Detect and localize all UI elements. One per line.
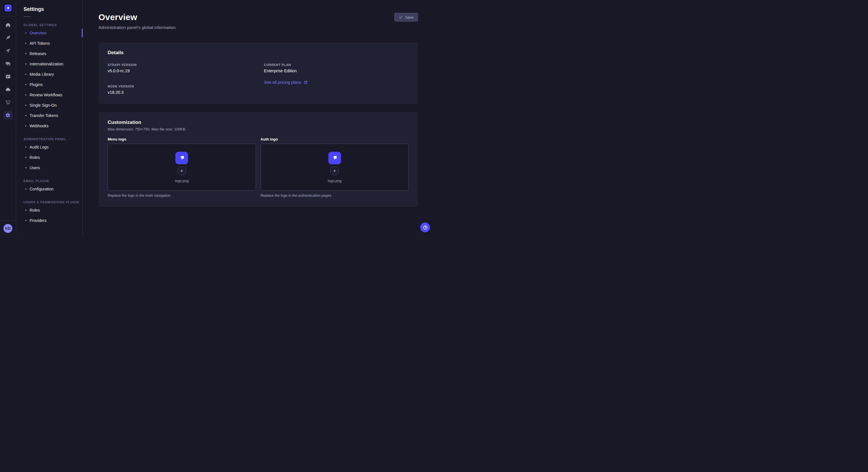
nav-item-label: Plugins bbox=[30, 82, 43, 87]
content-type-builder-icon[interactable] bbox=[3, 33, 12, 42]
nav-item-up-providers[interactable]: Providers bbox=[16, 215, 82, 226]
auth-logo-file-name: logo.png bbox=[328, 179, 342, 183]
field-label: STRAPI VERSION bbox=[107, 63, 253, 67]
nav-item-label: Configuration bbox=[30, 187, 53, 191]
nav-item-single-sign-on[interactable]: Single Sign-On bbox=[16, 100, 82, 110]
user-avatar[interactable]: KD bbox=[3, 224, 12, 233]
customization-card-subtitle: Max dimension: 750×750, Max file size: 1… bbox=[107, 127, 409, 131]
nav-item-label: Webhooks bbox=[30, 124, 49, 128]
nav-item-label: Single Sign-On bbox=[30, 103, 57, 107]
nav-section-label: EMAIL PLUGIN bbox=[16, 179, 82, 183]
bullet-icon bbox=[25, 74, 26, 75]
bullet-icon bbox=[25, 43, 26, 44]
media-library-icon[interactable] bbox=[3, 59, 12, 68]
auth-logo-add-button[interactable]: + bbox=[330, 167, 339, 175]
field-label: CURRENT PLAN bbox=[264, 63, 409, 67]
nav-item-up-roles[interactable]: Roles bbox=[16, 205, 82, 215]
save-button-label: Save bbox=[405, 15, 414, 20]
help-button[interactable] bbox=[420, 223, 430, 232]
nav-item-releases[interactable]: Releases bbox=[16, 48, 82, 59]
customization-card-title: Customization bbox=[107, 120, 409, 125]
strapi-glyph bbox=[330, 154, 339, 162]
main-content: Overview Administration panel’s global i… bbox=[83, 0, 434, 236]
auth-logo-label: Auth logo bbox=[260, 137, 409, 141]
current-plan-field: CURRENT PLAN Enterprise Edition bbox=[264, 63, 409, 73]
nav-item-label: Roles bbox=[30, 208, 40, 212]
page-subtitle: Administration panel’s global informatio… bbox=[98, 25, 176, 30]
external-link-icon bbox=[303, 80, 308, 85]
nav-item-transfer-tokens[interactable]: Transfer Tokens bbox=[16, 110, 82, 121]
strapi-glyph bbox=[177, 154, 186, 162]
nav-section-global-settings: GLOBAL SETTINGS Overview API Tokens Rele… bbox=[16, 23, 82, 131]
nav-item-api-tokens[interactable]: API Tokens bbox=[16, 38, 82, 48]
node-version-field: NODE VERSION v18.20.3 bbox=[107, 85, 253, 95]
details-left-column: STRAPI VERSION v5.0.0-rc.19 NODE VERSION… bbox=[107, 63, 253, 95]
auth-logo-hint: Replace the logo in the authentication p… bbox=[260, 194, 409, 198]
bullet-icon bbox=[25, 53, 26, 54]
bullet-icon bbox=[25, 167, 26, 168]
nav-item-review-workflows[interactable]: Review Workflows bbox=[16, 90, 82, 100]
field-value: v5.0.0-rc.19 bbox=[107, 69, 253, 73]
bullet-icon bbox=[25, 125, 26, 127]
bullet-icon bbox=[25, 157, 26, 158]
nav-item-label: Providers bbox=[30, 218, 46, 223]
menu-logo-dropzone[interactable]: + logo.png bbox=[107, 144, 256, 191]
nav-item-admin-roles[interactable]: Roles bbox=[16, 152, 82, 163]
nav-item-label: Review Workflows bbox=[30, 93, 62, 97]
menu-logo-section: Menu logo + logo.png Replace the logo bbox=[107, 137, 256, 198]
auth-logo-preview bbox=[329, 152, 341, 164]
nav-section-email-plugin: EMAIL PLUGIN Configuration bbox=[16, 179, 82, 194]
nav-item-label: API Tokens bbox=[30, 41, 50, 45]
nav-item-plugins[interactable]: Plugins bbox=[16, 79, 82, 90]
home-icon[interactable] bbox=[3, 20, 12, 30]
menu-logo-add-button[interactable]: + bbox=[178, 167, 186, 175]
nav-item-email-configuration[interactable]: Configuration bbox=[16, 184, 82, 194]
bullet-icon bbox=[25, 220, 26, 221]
strapi-version-field: STRAPI VERSION v5.0.0-rc.19 bbox=[107, 63, 253, 73]
page-header: Overview Administration panel’s global i… bbox=[98, 12, 418, 30]
nav-item-admin-users[interactable]: Users bbox=[16, 163, 82, 173]
page-title-block: Overview Administration panel’s global i… bbox=[98, 12, 176, 30]
marketplace-icon[interactable] bbox=[3, 98, 12, 107]
field-value: v18.20.3 bbox=[107, 90, 253, 95]
save-button[interactable]: Save bbox=[394, 13, 418, 22]
bullet-icon bbox=[25, 210, 26, 211]
customization-card: Customization Max dimension: 750×750, Ma… bbox=[98, 112, 418, 207]
bullet-icon bbox=[25, 63, 26, 65]
nav-item-media-library[interactable]: Media Library bbox=[16, 69, 82, 79]
deploy-cloud-icon[interactable] bbox=[3, 85, 12, 94]
subnav-title: Settings bbox=[16, 6, 82, 12]
rail-icon-list bbox=[3, 20, 12, 221]
nav-item-label: Releases bbox=[30, 51, 46, 56]
nav-item-label: Users bbox=[30, 165, 40, 170]
nav-section-label: ADMINISTRATION PANEL bbox=[16, 137, 82, 141]
content-manager-icon[interactable] bbox=[3, 72, 12, 81]
auth-logo-section: Auth logo + logo.png Replace the logo bbox=[260, 137, 409, 198]
nav-section-users-permissions-plugin: USERS & PERMISSIONS PLUGIN Roles Provide… bbox=[16, 200, 82, 226]
auth-logo-dropzone[interactable]: + logo.png bbox=[260, 144, 409, 191]
menu-logo-label: Menu logo bbox=[107, 137, 256, 141]
nav-item-label: Media Library bbox=[30, 72, 54, 76]
releases-icon[interactable] bbox=[3, 46, 12, 55]
bullet-icon bbox=[25, 94, 26, 96]
bullet-icon bbox=[25, 115, 26, 116]
bullet-icon bbox=[25, 105, 26, 106]
nav-item-internationalization[interactable]: Internationalization bbox=[16, 59, 82, 69]
pricing-plans-link-label: See all pricing plans bbox=[264, 80, 301, 85]
nav-section-administration-panel: ADMINISTRATION PANEL Audit Logs Roles Us… bbox=[16, 137, 82, 173]
nav-item-overview[interactable]: Overview bbox=[16, 28, 82, 38]
nav-item-webhooks[interactable]: Webhooks bbox=[16, 121, 82, 131]
settings-subnav: Settings GLOBAL SETTINGS Overview API To… bbox=[16, 0, 83, 236]
nav-item-label: Internationalization bbox=[30, 62, 63, 66]
nav-item-label: Transfer Tokens bbox=[30, 113, 58, 118]
settings-gear-icon[interactable] bbox=[3, 111, 12, 120]
logo-upload-row: Menu logo + logo.png Replace the logo bbox=[107, 137, 409, 198]
field-label: NODE VERSION bbox=[107, 85, 253, 88]
workspace-logo-area bbox=[0, 0, 16, 16]
nav-item-label: Overview bbox=[30, 31, 46, 35]
nav-item-audit-logs[interactable]: Audit Logs bbox=[16, 142, 82, 152]
pricing-plans-link[interactable]: See all pricing plans bbox=[264, 80, 308, 85]
page-title: Overview bbox=[98, 12, 176, 22]
strapi-logo-icon[interactable] bbox=[5, 5, 11, 11]
nav-item-label: Roles bbox=[30, 155, 40, 160]
